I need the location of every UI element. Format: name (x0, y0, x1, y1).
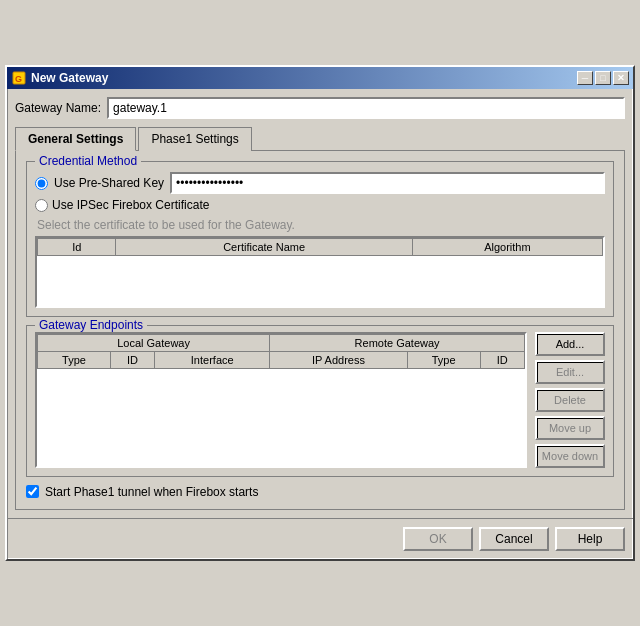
window-title: New Gateway (31, 71, 108, 85)
gateway-name-label: Gateway Name: (15, 101, 101, 115)
add-button[interactable]: Add... (535, 332, 605, 356)
delete-button[interactable]: Delete (535, 388, 605, 412)
title-bar: G New Gateway ─ □ ✕ (7, 67, 633, 89)
endpoints-table-wrapper: Local Gateway Remote Gateway Type ID Int… (35, 332, 527, 468)
gateway-endpoints-group: Gateway Endpoints Local Gateway Remote G… (26, 325, 614, 477)
cancel-button[interactable]: Cancel (479, 527, 549, 551)
credential-method-title: Credential Method (35, 154, 141, 168)
remote-gateway-header: Remote Gateway (270, 334, 525, 351)
tabs: General Settings Phase1 Settings (15, 127, 625, 151)
tab-phase1[interactable]: Phase1 Settings (138, 127, 251, 151)
main-window: G New Gateway ─ □ ✕ Gateway Name: Genera… (5, 65, 635, 561)
start-tunnel-row: Start Phase1 tunnel when Firebox starts (26, 485, 614, 499)
svg-text:G: G (15, 74, 22, 84)
psk-radio[interactable] (35, 177, 48, 190)
gateway-name-row: Gateway Name: (15, 97, 625, 119)
psk-row: Use Pre-Shared Key (35, 172, 605, 194)
cert-col-algorithm: Algorithm (412, 239, 602, 256)
credential-method-group: Credential Method Use Pre-Shared Key Use… (26, 161, 614, 317)
maximize-button[interactable]: □ (595, 71, 611, 85)
gateway-endpoints-title: Gateway Endpoints (35, 318, 147, 332)
cert-label: Use IPSec Firebox Certificate (52, 198, 209, 212)
ok-button[interactable]: OK (403, 527, 473, 551)
cert-hint: Select the certificate to be used for th… (35, 218, 605, 232)
cert-table: Id Certificate Name Algorithm (37, 238, 603, 306)
local-gateway-header: Local Gateway (38, 334, 270, 351)
tab-content: Credential Method Use Pre-Shared Key Use… (15, 150, 625, 510)
gateway-name-input[interactable] (107, 97, 625, 119)
minimize-button[interactable]: ─ (577, 71, 593, 85)
psk-input[interactable] (170, 172, 605, 194)
col-id-local: ID (110, 351, 154, 368)
endpoints-table: Local Gateway Remote Gateway Type ID Int… (37, 334, 525, 429)
move-down-button[interactable]: Move down (535, 444, 605, 468)
col-ip-address: IP Address (270, 351, 408, 368)
cert-table-wrapper: Id Certificate Name Algorithm (35, 236, 605, 308)
tab-general[interactable]: General Settings (15, 127, 136, 151)
cert-col-id: Id (38, 239, 116, 256)
close-button[interactable]: ✕ (613, 71, 629, 85)
window-icon: G (11, 70, 27, 86)
col-id-remote: ID (480, 351, 524, 368)
edit-button[interactable]: Edit... (535, 360, 605, 384)
endpoints-buttons: Add... Edit... Delete Move up Move down (535, 332, 605, 468)
cert-radio-row: Use IPSec Firebox Certificate (35, 198, 605, 212)
start-tunnel-label: Start Phase1 tunnel when Firebox starts (45, 485, 258, 499)
footer-buttons: OK Cancel Help (7, 518, 633, 559)
move-up-button[interactable]: Move up (535, 416, 605, 440)
cert-radio[interactable] (35, 199, 48, 212)
help-button[interactable]: Help (555, 527, 625, 551)
psk-label: Use Pre-Shared Key (54, 176, 164, 190)
cert-col-name: Certificate Name (116, 239, 412, 256)
col-type-local: Type (38, 351, 111, 368)
col-interface: Interface (155, 351, 270, 368)
endpoints-section: Local Gateway Remote Gateway Type ID Int… (35, 332, 605, 468)
start-tunnel-checkbox[interactable] (26, 485, 39, 498)
col-type-remote: Type (407, 351, 480, 368)
